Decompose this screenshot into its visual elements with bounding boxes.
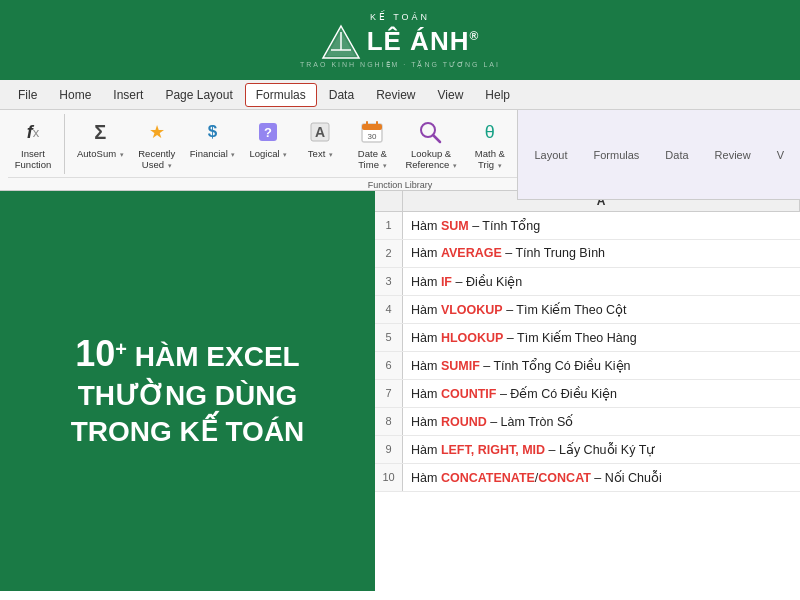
table-row: 5 Hàm HLOOKUP – Tìm Kiếm Theo Hàng (375, 324, 800, 352)
menu-data[interactable]: Data (319, 84, 364, 106)
text-label: Text ▾ (308, 148, 333, 159)
logical-dropdown: ▾ (283, 151, 287, 158)
row-number-2: 2 (375, 240, 403, 267)
floating-tab-data[interactable]: Data (657, 146, 696, 164)
table-row: 7 Hàm COUNTIF – Đếm Có Điều Kiện (375, 380, 800, 408)
divider-1 (64, 114, 65, 174)
financial-label: Financial ▾ (190, 148, 236, 159)
autosum-icon: Σ (86, 118, 114, 146)
autosum-dropdown: ▾ (120, 151, 124, 158)
table-row: 4 Hàm VLOOKUP – Tìm Kiếm Theo Cột (375, 296, 800, 324)
right-panel: A 1 Hàm SUM – Tính Tổng 2 Hàm AVERAGE – … (375, 191, 800, 591)
floating-tab-v[interactable]: V (769, 146, 792, 164)
svg-text:30: 30 (368, 132, 377, 141)
date-time-icon-svg: 30 (360, 120, 384, 144)
math-trig-dropdown: ▾ (498, 162, 502, 169)
menu-help[interactable]: Help (475, 84, 520, 106)
autosum-label: AutoSum ▾ (77, 148, 124, 159)
highlight-vlookup: VLOOKUP (441, 303, 503, 317)
menu-view[interactable]: View (428, 84, 474, 106)
floating-tabs: Layout Formulas Data Review V (517, 110, 800, 200)
row-number-3: 3 (375, 268, 403, 295)
math-trig-icon: θ (476, 118, 504, 146)
highlight-sumif: SUMIF (441, 359, 480, 373)
menu-page-layout[interactable]: Page Layout (155, 84, 242, 106)
insert-function-button[interactable]: fx InsertFunction (8, 114, 58, 175)
lookup-reference-icon-svg (418, 120, 444, 144)
table-row: 1 Hàm SUM – Tính Tổng (375, 212, 800, 240)
insert-function-icon: fx (19, 118, 47, 146)
menu-home[interactable]: Home (49, 84, 101, 106)
highlight-round: ROUND (441, 415, 487, 429)
lookup-reference-dropdown: ▾ (453, 162, 457, 169)
menu-file[interactable]: File (8, 84, 47, 106)
row-number-4: 4 (375, 296, 403, 323)
row-number-1: 1 (375, 212, 403, 239)
row-cell-3[interactable]: Hàm IF – Điều Kiện (403, 270, 800, 293)
date-time-icon: 30 (358, 118, 386, 146)
row-cell-5[interactable]: Hàm HLOOKUP – Tìm Kiếm Theo Hàng (403, 326, 800, 349)
svg-text:?: ? (264, 125, 272, 140)
floating-tab-formulas[interactable]: Formulas (585, 146, 647, 164)
financial-button[interactable]: $ Financial ▾ (184, 114, 242, 163)
logical-label: Logical ▾ (250, 148, 288, 159)
menu-review[interactable]: Review (366, 84, 425, 106)
text-button[interactable]: A Text ▾ (295, 114, 345, 163)
menu-formulas[interactable]: Formulas (245, 83, 317, 107)
date-time-dropdown: ▾ (383, 162, 387, 169)
logo-area: KẾ TOÁN LÊ ÁNH® TRAO KINH NGHIỆM · TẶNG … (300, 12, 500, 69)
highlight-concatenate: CONCATENATE (441, 471, 535, 485)
financial-dropdown: ▾ (231, 151, 235, 158)
financial-icon: $ (199, 118, 227, 146)
menu-bar: File Home Insert Page Layout Formulas Da… (0, 80, 800, 110)
row-cell-8[interactable]: Hàm ROUND – Làm Tròn Số (403, 410, 800, 433)
math-trig-label: Math &Trig ▾ (475, 148, 505, 171)
lookup-reference-button[interactable]: Lookup &Reference ▾ (399, 114, 462, 175)
recently-used-button[interactable]: ★ RecentlyUsed ▾ (132, 114, 182, 175)
main-content: 10+ HÀM EXCELTHƯỜNG DÙNGTRONG KẾ TOÁN A … (0, 191, 800, 591)
math-trig-button[interactable]: θ Math &Trig ▾ (465, 114, 515, 175)
ribbon-wrapper: fx InsertFunction Σ AutoSum ▾ ★ Recently… (0, 110, 800, 191)
text-icon-svg: A (308, 120, 332, 144)
date-time-button[interactable]: 30 Date &Time ▾ (347, 114, 397, 175)
highlight-average: AVERAGE (441, 246, 502, 260)
svg-text:A: A (315, 124, 325, 140)
menu-insert[interactable]: Insert (103, 84, 153, 106)
row-cell-2[interactable]: Hàm AVERAGE – Tính Trung Bình (403, 242, 800, 264)
highlight-if: IF (441, 275, 452, 289)
lookup-reference-icon (417, 118, 445, 146)
row-cell-9[interactable]: Hàm LEFT, RIGHT, MID – Lấy Chuỗi Ký Tự (403, 438, 800, 461)
floating-tab-review[interactable]: Review (707, 146, 759, 164)
table-row: 2 Hàm AVERAGE – Tính Trung Bình (375, 240, 800, 268)
autosum-button[interactable]: Σ AutoSum ▾ (71, 114, 130, 163)
insert-function-label: InsertFunction (15, 148, 51, 171)
row-cell-10[interactable]: Hàm CONCATENATE/CONCAT – Nối Chuỗi (403, 466, 800, 489)
logo-icon-svg (321, 24, 361, 60)
row-cell-4[interactable]: Hàm VLOOKUP – Tìm Kiếm Theo Cột (403, 298, 800, 321)
row-cell-6[interactable]: Hàm SUMIF – Tính Tổng Có Điều Kiện (403, 354, 800, 377)
title-number: 10 (75, 333, 115, 374)
row-num-header (375, 191, 403, 211)
row-number-6: 6 (375, 352, 403, 379)
left-panel-title: 10+ HÀM EXCELTHƯỜNG DÙNGTRONG KẾ TOÁN (71, 331, 305, 451)
svg-rect-9 (362, 124, 382, 130)
table-row: 3 Hàm IF – Điều Kiện (375, 268, 800, 296)
row-cell-7[interactable]: Hàm COUNTIF – Đếm Có Điều Kiện (403, 382, 800, 405)
left-panel: 10+ HÀM EXCELTHƯỜNG DÙNGTRONG KẾ TOÁN (0, 191, 375, 591)
title-sup: + (115, 338, 127, 360)
row-number-5: 5 (375, 324, 403, 351)
table-row: 8 Hàm ROUND – Làm Tròn Số (375, 408, 800, 436)
row-number-7: 7 (375, 380, 403, 407)
logo-tagline: TRAO KINH NGHIỆM · TẶNG TƯƠNG LAI (300, 61, 500, 69)
highlight-hlookup: HLOOKUP (441, 331, 504, 345)
floating-tab-layout[interactable]: Layout (526, 146, 575, 164)
row-number-10: 10 (375, 464, 403, 491)
highlight-left-right-mid: LEFT, RIGHT, MID (441, 443, 545, 457)
svg-line-14 (433, 135, 440, 142)
text-icon: A (306, 118, 334, 146)
logical-icon-svg: ? (256, 120, 280, 144)
highlight-sum: SUM (441, 219, 469, 233)
row-cell-1[interactable]: Hàm SUM – Tính Tổng (403, 214, 800, 237)
row-number-9: 9 (375, 436, 403, 463)
logical-button[interactable]: ? Logical ▾ (243, 114, 293, 163)
